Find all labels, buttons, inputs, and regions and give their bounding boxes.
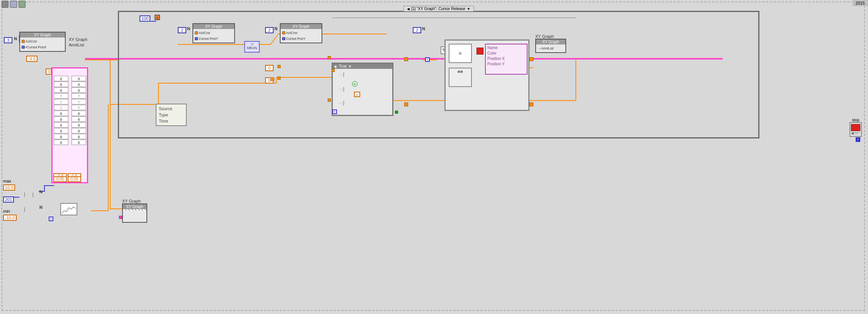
s-indicator: S bbox=[155, 15, 160, 20]
stop-text: ▣TF↑ bbox=[851, 131, 860, 135]
orange-sq-2 bbox=[404, 102, 408, 106]
icon-1[interactable] bbox=[2, 1, 9, 8]
chart-thumbnail bbox=[60, 203, 77, 215]
num-2-mid[interactable]: 2 bbox=[265, 27, 274, 33]
zero-in-case: 0 bbox=[354, 92, 360, 97]
stop-button[interactable]: stop ▣TF↑ bbox=[849, 118, 862, 137]
wire-node-2 bbox=[328, 99, 331, 102]
num-2-right[interactable]: 2 bbox=[413, 27, 421, 33]
main-canvas: 2015 bbox=[0, 0, 868, 314]
wire-node-3 bbox=[277, 65, 281, 68]
num-neg9[interactable]: -9.0 bbox=[26, 56, 37, 62]
cluster-name: Name bbox=[487, 45, 525, 51]
min-val[interactable]: -10.0 bbox=[3, 215, 17, 221]
title-bar: 2015 bbox=[853, 0, 868, 6]
num-3[interactable]: 3 bbox=[4, 37, 12, 43]
pink-array-cluster: -0 0 0 0 T T T 0 0 0 0 0 0 0 0 0 T T T 0… bbox=[51, 67, 88, 183]
frame-selector[interactable]: ◀ [1] "XY Graph": Cursor Release ▼ bbox=[403, 6, 474, 12]
n-label-2: N bbox=[187, 26, 190, 31]
port-t-1: T bbox=[22, 46, 25, 49]
mean-block: ⊡ MEAN bbox=[244, 41, 260, 53]
xy-graph-mid-left-body: ActCrsr T Cursor.PosY bbox=[193, 29, 234, 43]
xy-graph-topleft[interactable]: XY Graph ActCrsr T •Cursor.PosX bbox=[19, 32, 66, 52]
n-label-1: N bbox=[14, 36, 17, 41]
num-201[interactable]: 201 bbox=[3, 196, 14, 203]
t-box-stop: T bbox=[856, 137, 860, 142]
pink-dot-bottom bbox=[119, 216, 122, 219]
xy-graph-mid-left-title: XY Graph bbox=[193, 24, 234, 29]
port-t-3: T bbox=[282, 37, 285, 40]
case-struct[interactable]: ▶ True ▼ N 0 bbox=[332, 63, 393, 116]
orange-sq-4 bbox=[529, 102, 533, 106]
xy-label-right: XY Graph bbox=[535, 34, 554, 39]
col-right: 0 0 0 T T T 0 0 0 0 0 0 bbox=[71, 75, 87, 145]
red-indicator bbox=[477, 48, 483, 55]
inner-display: ⊞ bbox=[449, 44, 472, 63]
xy-graph-top-mid-body: ActCrsr T Cursor.PosY bbox=[281, 29, 322, 43]
n-label-lower: N bbox=[39, 189, 43, 194]
col-left: 0 0 0 T T T 0 0 0 0 0 0 bbox=[53, 75, 69, 145]
case-tri-2 bbox=[339, 87, 344, 92]
orange-sq-1 bbox=[404, 57, 408, 61]
xy-graph-mid-left[interactable]: XY Graph ActCrsr T Cursor.PosY bbox=[192, 23, 235, 43]
cluster-posy: Position Y bbox=[487, 61, 525, 67]
xy-graph-bottom-body bbox=[123, 209, 146, 211]
xy-graph-bottom[interactable]: XY Graph bbox=[122, 203, 147, 223]
type-line: Type bbox=[159, 112, 184, 118]
xy-graph-topleft-body: ActCrsr T •Cursor.PosX bbox=[20, 38, 65, 51]
xy-graph-top-mid[interactable]: XY Graph ActCrsr T Cursor.PosY bbox=[280, 23, 322, 43]
min-label: min bbox=[3, 209, 10, 213]
max-val[interactable]: 10.0 bbox=[3, 184, 15, 191]
n-label-lower-2: N bbox=[39, 205, 43, 210]
num-0-1[interactable]: 0 bbox=[265, 65, 274, 71]
frame-label: [1] "XY Graph": Cursor Release bbox=[411, 7, 465, 11]
icon-3[interactable] bbox=[19, 1, 26, 8]
num-2-top[interactable]: 2 bbox=[178, 27, 186, 33]
stop-red bbox=[851, 124, 860, 131]
stop-label: stop bbox=[849, 118, 862, 122]
xy-graph-label-topleft: XY Graph bbox=[69, 37, 87, 42]
tri-op-2 bbox=[27, 193, 33, 197]
t-box-right: T bbox=[425, 57, 430, 62]
xy-graph-bottom-title: XY Graph bbox=[123, 204, 146, 209]
case-header: ▶ True ▼ bbox=[333, 64, 392, 69]
tri-op-1 bbox=[19, 193, 25, 197]
bottom-values-2: 0.05 0.05 bbox=[53, 176, 81, 182]
wire-node-5 bbox=[332, 69, 335, 72]
xy-label-bottom: XY Graph bbox=[122, 199, 141, 203]
n-label-4: N bbox=[422, 26, 425, 31]
num-100[interactable]: 100 bbox=[140, 15, 150, 22]
circle-op: N bbox=[352, 81, 357, 87]
array-index[interactable]: -0 bbox=[46, 68, 52, 75]
wire-node-1 bbox=[328, 56, 331, 59]
cluster-posx: Position X bbox=[487, 56, 525, 61]
display-box: ⊞ Name Color Position X Position Y ⊞⊞ bbox=[444, 39, 529, 111]
source-line: Source bbox=[159, 106, 184, 112]
port-t-2: T bbox=[195, 37, 198, 40]
port-actcrsr-2 bbox=[195, 31, 198, 34]
orange-sq-3 bbox=[529, 57, 533, 61]
xy-graph-right-title: XY Graph bbox=[536, 39, 565, 44]
title-text: 2015 bbox=[856, 1, 865, 5]
top-icons bbox=[2, 1, 26, 8]
cluster-display: Name Color Position X Position Y bbox=[485, 44, 528, 75]
time-line: Time bbox=[159, 118, 184, 124]
xy-graph-right-body: →AnntList bbox=[536, 44, 565, 52]
xy-graph-top-mid-title: XY Graph bbox=[281, 24, 322, 29]
green-node bbox=[395, 111, 398, 114]
cluster-color: Color bbox=[487, 51, 525, 56]
case-tri-3 bbox=[339, 101, 344, 106]
xy-graph-right[interactable]: XY Graph →AnntList bbox=[535, 39, 566, 53]
xy-graph-topleft-title: XY Graph bbox=[20, 32, 65, 38]
n-label-3: N bbox=[274, 26, 277, 31]
orange-connector-1 bbox=[271, 77, 274, 81]
source-block: Source Type Time bbox=[156, 104, 187, 126]
max-label: max bbox=[3, 179, 11, 183]
port-actcrsr-1 bbox=[22, 40, 25, 43]
stop-inner: ▣TF↑ bbox=[849, 122, 862, 137]
mean-label: MEAN bbox=[246, 46, 258, 50]
anntlist-label-1: AnntList bbox=[69, 43, 84, 47]
case-true-label: True bbox=[339, 64, 347, 68]
icon-2[interactable] bbox=[10, 1, 17, 8]
tri-op-3 bbox=[19, 207, 25, 212]
